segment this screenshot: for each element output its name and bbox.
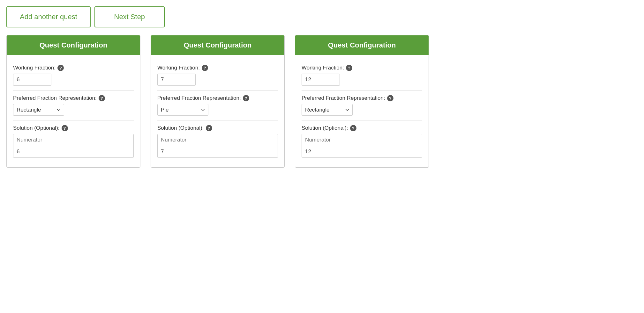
preferred-fraction-label-2: Preferred Fraction Representation: ?	[157, 95, 278, 101]
solution-section-2: Solution (Optional): ?	[157, 120, 278, 162]
quest-card-body-2: Working Fraction: ? Preferred Fraction R…	[151, 55, 284, 167]
solution-denominator-input-3[interactable]	[302, 146, 422, 157]
working-fraction-text-2: Working Fraction:	[157, 65, 200, 71]
quest-card-body-1: Working Fraction: ? Preferred Fraction R…	[7, 55, 140, 167]
preferred-fraction-help-icon-1[interactable]: ?	[99, 95, 105, 101]
solution-section-1: Solution (Optional): ?	[13, 120, 134, 162]
solution-denominator-input-2[interactable]	[158, 146, 278, 157]
add-another-quest-button[interactable]: Add another quest	[6, 6, 91, 27]
working-fraction-text-1: Working Fraction:	[13, 65, 56, 71]
solution-numerator-input-3[interactable]	[302, 134, 422, 146]
solution-text-3: Solution (Optional):	[302, 125, 348, 131]
working-fraction-label-2: Working Fraction: ?	[157, 65, 278, 71]
preferred-fraction-select-3[interactable]: RectanglePieNumber Line	[302, 104, 353, 116]
quest-card-2: Quest Configuration Working Fraction: ? …	[151, 35, 285, 168]
solution-denominator-input-1[interactable]	[13, 146, 133, 157]
working-fraction-help-icon-1[interactable]: ?	[57, 65, 64, 71]
working-fraction-label-3: Working Fraction: ?	[302, 65, 422, 71]
solution-inputs-3	[302, 134, 422, 158]
working-fraction-input-2[interactable]	[157, 74, 196, 86]
preferred-fraction-section-1: Preferred Fraction Representation: ? Rec…	[13, 91, 134, 120]
preferred-fraction-label-3: Preferred Fraction Representation: ?	[302, 95, 422, 101]
solution-help-icon-3[interactable]: ?	[350, 125, 356, 131]
solution-help-icon-2[interactable]: ?	[206, 125, 212, 131]
preferred-fraction-text-2: Preferred Fraction Representation:	[157, 95, 241, 101]
solution-label-1: Solution (Optional): ?	[13, 125, 134, 131]
preferred-fraction-select-1[interactable]: RectanglePieNumber Line	[13, 104, 64, 116]
quest-card-1: Quest Configuration Working Fraction: ? …	[6, 35, 140, 168]
solution-help-icon-1[interactable]: ?	[62, 125, 68, 131]
top-buttons-container: Add another quest Next Step	[6, 6, 638, 27]
solution-inputs-2	[157, 134, 278, 158]
working-fraction-input-1[interactable]	[13, 74, 51, 86]
working-fraction-label-1: Working Fraction: ?	[13, 65, 134, 71]
solution-inputs-1	[13, 134, 134, 158]
quest-card-header-1: Quest Configuration	[7, 35, 140, 55]
quest-card-header-2: Quest Configuration	[151, 35, 284, 55]
preferred-fraction-help-icon-3[interactable]: ?	[387, 95, 393, 101]
quest-card-body-3: Working Fraction: ? Preferred Fraction R…	[295, 55, 429, 167]
working-fraction-help-icon-3[interactable]: ?	[346, 65, 352, 71]
preferred-fraction-section-3: Preferred Fraction Representation: ? Rec…	[302, 91, 422, 120]
preferred-fraction-label-1: Preferred Fraction Representation: ?	[13, 95, 134, 101]
solution-label-3: Solution (Optional): ?	[302, 125, 422, 131]
quest-card-header-3: Quest Configuration	[295, 35, 429, 55]
solution-text-1: Solution (Optional):	[13, 125, 60, 131]
preferred-fraction-select-2[interactable]: RectanglePieNumber Line	[157, 104, 208, 116]
preferred-fraction-section-2: Preferred Fraction Representation: ? Rec…	[157, 91, 278, 120]
solution-section-3: Solution (Optional): ?	[302, 120, 422, 162]
quest-card-3: Quest Configuration Working Fraction: ? …	[295, 35, 429, 168]
working-fraction-section-1: Working Fraction: ?	[13, 60, 134, 91]
solution-label-2: Solution (Optional): ?	[157, 125, 278, 131]
solution-numerator-input-1[interactable]	[13, 134, 133, 146]
next-step-button[interactable]: Next Step	[94, 6, 165, 27]
solution-text-2: Solution (Optional):	[157, 125, 204, 131]
working-fraction-section-3: Working Fraction: ?	[302, 60, 422, 91]
preferred-fraction-text-1: Preferred Fraction Representation:	[13, 95, 97, 101]
preferred-fraction-help-icon-2[interactable]: ?	[243, 95, 249, 101]
working-fraction-section-2: Working Fraction: ?	[157, 60, 278, 91]
working-fraction-input-3[interactable]	[302, 74, 340, 86]
working-fraction-text-3: Working Fraction:	[302, 65, 344, 71]
solution-numerator-input-2[interactable]	[158, 134, 278, 146]
cards-container: Quest Configuration Working Fraction: ? …	[6, 35, 638, 168]
preferred-fraction-text-3: Preferred Fraction Representation:	[302, 95, 385, 101]
working-fraction-help-icon-2[interactable]: ?	[202, 65, 208, 71]
